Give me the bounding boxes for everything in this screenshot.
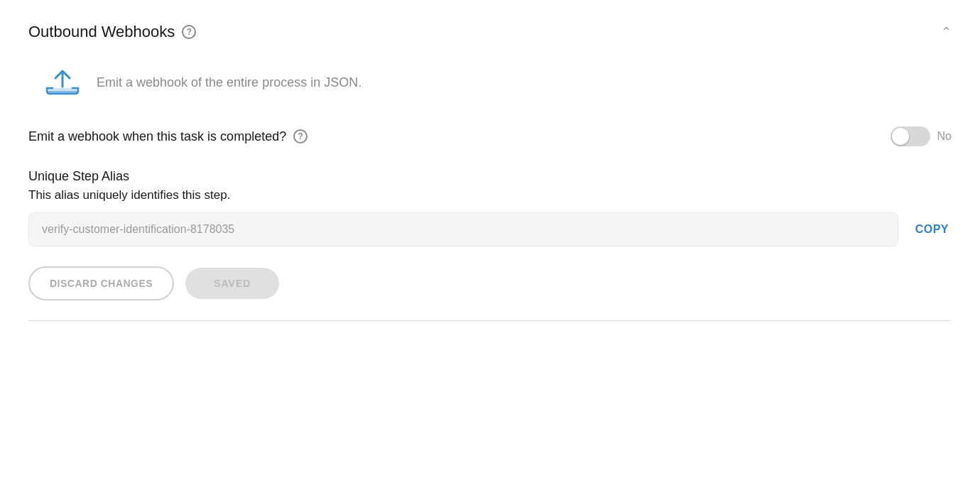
action-buttons: DISCARD CHANGES SAVED <box>28 266 952 300</box>
toggle-knob <box>892 128 909 145</box>
webhook-toggle-switch[interactable] <box>891 126 930 146</box>
webhook-description: Emit a webhook of the entire process in … <box>28 61 952 104</box>
collapse-icon[interactable]: ⌃ <box>941 24 952 40</box>
help-icon[interactable]: ? <box>182 25 196 39</box>
page-container: Outbound Webhooks ? ⌃ <box>0 0 980 321</box>
toggle-state-label: No <box>937 130 952 143</box>
webhook-toggle-row: Emit a webhook when this task is complet… <box>28 126 952 146</box>
alias-title: Unique Step Alias <box>28 169 952 184</box>
alias-input[interactable] <box>28 212 898 246</box>
section-title: Outbound Webhooks <box>28 23 175 41</box>
section-header: Outbound Webhooks ? ⌃ <box>28 23 952 41</box>
section-title-group: Outbound Webhooks ? <box>28 23 196 41</box>
toggle-question-text: Emit a webhook when this task is complet… <box>28 129 286 144</box>
saved-button[interactable]: SAVED <box>185 268 279 299</box>
toggle-help-icon[interactable]: ? <box>293 129 307 143</box>
bottom-divider <box>28 320 952 321</box>
copy-button[interactable]: COPY <box>913 223 952 236</box>
discard-changes-button[interactable]: DISCARD CHANGES <box>28 266 174 300</box>
alias-description: This alias uniquely identifies this step… <box>28 188 952 202</box>
webhook-toggle-label: Emit a webhook when this task is complet… <box>28 129 307 144</box>
webhook-upload-icon <box>43 61 82 104</box>
alias-section: Unique Step Alias This alias uniquely id… <box>28 169 952 246</box>
toggle-container: No <box>891 126 952 146</box>
alias-input-row: COPY <box>28 212 952 246</box>
webhook-description-text: Emit a webhook of the entire process in … <box>97 75 361 90</box>
